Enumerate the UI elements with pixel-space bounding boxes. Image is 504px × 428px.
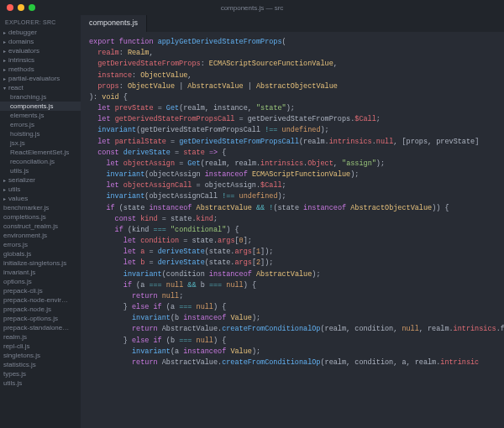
folder-evaluators[interactable]: evaluators [0, 46, 81, 55]
tree-item-label: methods [8, 65, 34, 73]
folder-react[interactable]: react [0, 83, 81, 92]
tree-item-label: serializer [8, 176, 35, 184]
file-branching-js[interactable]: branching.js [0, 92, 81, 102]
maximize-window-button[interactable] [29, 4, 35, 11]
file-utils-js[interactable]: utils.js [0, 166, 81, 175]
file-prepack-node-js[interactable]: prepack-node.js [0, 305, 81, 314]
tree-item-label: repl-cli.js [3, 342, 30, 350]
code-line: realm: Realm, [89, 48, 504, 59]
file-prepack-cli-js[interactable]: prepack-cli.js [0, 286, 81, 295]
tree-item-label: completions.js [3, 213, 46, 221]
tree-item-label: values [8, 195, 28, 202]
code-line: } else if (a === null) { [89, 302, 504, 313]
tree-item-label: ReactElementSet.js [10, 149, 69, 156]
file-jsx-js[interactable]: jsx.js [0, 138, 81, 148]
file-errors-js[interactable]: errors.js [0, 120, 81, 129]
code-line: invariant(objectAssign instanceof ECMASc… [89, 170, 504, 180]
tree-item-label: partial-evaluators [8, 75, 60, 82]
file-invariant-js[interactable]: invariant.js [0, 268, 81, 277]
tree-item-label: elements.js [10, 112, 44, 119]
tree-item-label: components.js [10, 102, 54, 110]
tree-item-label: singletons.js [3, 352, 40, 359]
file-realm-js[interactable]: realm.js [0, 332, 81, 342]
tab-bar: components.js [81, 15, 504, 32]
file-types-js[interactable]: types.js [0, 369, 81, 378]
tree-item-label: benchmarker.js [3, 204, 49, 211]
tree-item-label: reconcilation.js [10, 158, 55, 165]
tree-item-label: utils.js [3, 379, 22, 387]
code-line: invariant(condition instanceof AbstractV… [89, 269, 504, 280]
file-benchmarker-js[interactable]: benchmarker.js [0, 203, 81, 212]
tree-item-label: prepack-cli.js [3, 287, 43, 295]
file-completions-js[interactable]: completions.js [0, 212, 81, 222]
main: EXPLORER: SRC debuggerdomainsevaluatorsi… [0, 15, 504, 428]
code-line: } else if (b === null) { [89, 336, 504, 347]
tree-item-label: types.js [3, 370, 26, 378]
file-singletons-js[interactable]: singletons.js [0, 351, 81, 360]
code-line: invariant(b instanceof Value); [89, 313, 504, 324]
tree-item-label: prepack-standalone… [3, 324, 69, 331]
code-line: let objectAssign = Get(realm, realm.intr… [89, 159, 504, 170]
file-hoisting-js[interactable]: hoisting.js [0, 129, 81, 138]
tree-item-label: environment.js [3, 232, 47, 239]
file-reconcilation-js[interactable]: reconcilation.js [0, 157, 81, 166]
file-utils-js[interactable]: utils.js [0, 378, 81, 388]
file-options-js[interactable]: options.js [0, 277, 81, 286]
file-construct_realm-js[interactable]: construct_realm.js [0, 222, 81, 231]
tree-item-label: prepack-node-envir… [3, 296, 68, 304]
tree-item-label: branching.js [10, 93, 46, 101]
file-initialize-singletons-js[interactable]: initialize-singletons.js [0, 258, 81, 268]
code-line: if (state instanceof AbstractValue && !(… [89, 203, 504, 214]
tree-item-label: invariant.js [3, 269, 35, 276]
folder-methods[interactable]: methods [0, 65, 81, 74]
file-ReactElementSet-js[interactable]: ReactElementSet.js [0, 148, 81, 157]
tree-item-label: react [8, 84, 24, 91]
tree-item-label: errors.js [10, 121, 34, 128]
code-line: return null; [89, 291, 504, 302]
file-tree: debuggerdomainsevaluatorsintrinsicsmetho… [0, 28, 81, 388]
code-line: return AbstractValue.createFromCondition… [89, 358, 504, 368]
file-environment-js[interactable]: environment.js [0, 231, 81, 240]
folder-intrinsics[interactable]: intrinsics [0, 55, 81, 65]
tree-item-label: realm.js [3, 333, 27, 341]
folder-values[interactable]: values [0, 194, 81, 203]
tab-components[interactable]: components.js [81, 15, 147, 32]
tree-item-label: initialize-singletons.js [3, 259, 66, 267]
file-prepack-standalone-[interactable]: prepack-standalone… [0, 323, 81, 332]
code-line: let getDerivedStateFromPropsCall = getDe… [89, 114, 504, 125]
folder-domains[interactable]: domains [0, 37, 81, 46]
file-prepack-options-js[interactable]: prepack-options.js [0, 314, 81, 323]
folder-partial-evaluators[interactable]: partial-evaluators [0, 74, 81, 83]
folder-utils[interactable]: utils [0, 185, 81, 194]
tab-label: components.js [89, 18, 138, 27]
tree-item-label: evaluators [8, 47, 39, 55]
explorer-sidebar[interactable]: EXPLORER: SRC debuggerdomainsevaluatorsi… [0, 15, 81, 428]
file-prepack-node-envir-[interactable]: prepack-node-envir… [0, 295, 81, 305]
folder-debugger[interactable]: debugger [0, 28, 81, 37]
code-line: invariant(a instanceof Value); [89, 347, 504, 358]
explorer-label: EXPLORER: SRC [0, 17, 81, 28]
code-line: let objectAssignCall = objectAssign.$Cal… [89, 180, 504, 191]
tree-item-label: debugger [8, 29, 37, 36]
file-elements-js[interactable]: elements.js [0, 111, 81, 120]
file-globals-js[interactable]: globals.js [0, 249, 81, 258]
minimize-window-button[interactable] [18, 4, 24, 11]
file-errors-js[interactable]: errors.js [0, 240, 81, 249]
code-line: return AbstractValue.createFromCondition… [89, 324, 504, 335]
tree-item-label: prepack-node.js [3, 305, 51, 313]
tree-item-label: globals.js [3, 250, 31, 258]
code-line: if (a === null && b === null) { [89, 280, 504, 291]
code-line: const kind = state.kind; [89, 214, 504, 225]
tree-item-label: utils [8, 185, 20, 193]
code-line: const deriveState = state => { [89, 148, 504, 159]
code-editor[interactable]: export function applyGetDerivedStateFrom… [81, 32, 504, 428]
file-statistics-js[interactable]: statistics.js [0, 360, 81, 369]
tree-item-label: domains [8, 38, 34, 45]
code-line: export function applyGetDerivedStateFrom… [89, 37, 504, 48]
file-repl-cli-js[interactable]: repl-cli.js [0, 342, 81, 351]
close-window-button[interactable] [7, 4, 13, 11]
code-line: let condition = state.args[0]; [89, 236, 504, 247]
file-components-js[interactable]: components.js [0, 102, 81, 111]
folder-serializer[interactable]: serializer [0, 175, 81, 185]
code-line: props: ObjectValue | AbstractValue | Abs… [89, 81, 504, 92]
